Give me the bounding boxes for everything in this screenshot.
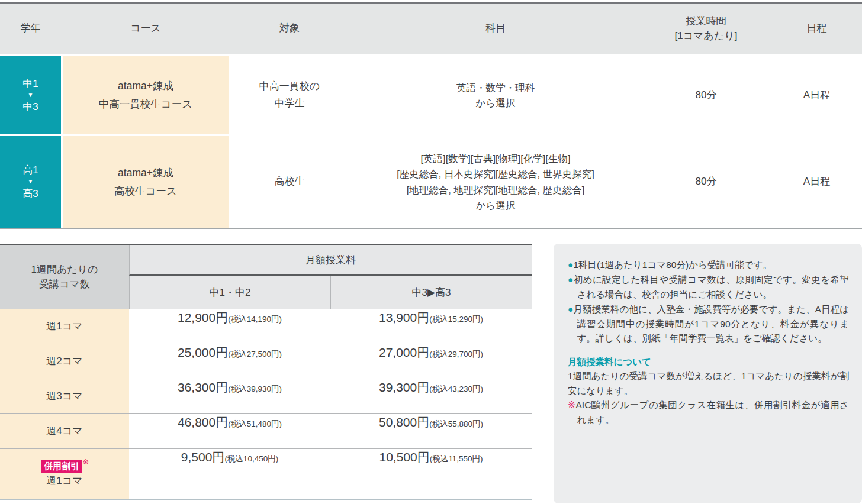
price-row-4slots: 週4コマ 46,800円(税込51,480円) 50,800円(税込55,880… — [0, 414, 532, 449]
price-tax: (税込10,450円) — [224, 454, 278, 464]
header-schedule: 日程 — [771, 4, 862, 54]
header-grade: 学年 — [0, 4, 61, 54]
price-cell-ch1ch2: 9,500円(税込10,450円) — [129, 449, 330, 499]
column-header-label: 中3▶高3 — [412, 286, 451, 299]
slot-label-cell: 週4コマ — [0, 414, 129, 448]
weekly-slots-header-line1: 1週間あたりの — [31, 262, 98, 277]
asterisk-icon: ※ — [568, 400, 576, 410]
asterisk-note-text: AIC鷗州グループの集団クラス在籍生は、併用割引料金が適用されます。 — [576, 400, 850, 424]
course-name-line: 中高一貫校生コース — [99, 95, 192, 114]
price-amount: 39,300円 — [379, 379, 429, 396]
subjects-cell: [英語][数学][古典][物理][化学][生物] [歴史総合, 日本史探究][歴… — [350, 136, 641, 228]
price-tax: (税込51,480円) — [228, 419, 282, 429]
price-amount: 46,800円 — [178, 414, 228, 431]
column-header-label: 中1・中2 — [210, 286, 251, 299]
target-line: 高校生 — [275, 173, 305, 190]
price-amount: 27,000円 — [379, 344, 429, 361]
schedule-cell: A日程 — [771, 56, 862, 134]
target-cell: 高校生 — [230, 136, 349, 228]
grade-range-cell: 高1 ▼ 高3 — [0, 136, 61, 228]
price-amount: 12,900円 — [178, 309, 228, 326]
bottom-section: 1週間あたりの 受講コマ数 月額授業料 中1・中2 中3▶高3 週1コマ 12,… — [0, 244, 862, 503]
target-cell: 中高一貫校の 中学生 — [230, 56, 349, 134]
course-row-junior: 中1 ▼ 中3 atama+錬成 中高一貫校生コース 中高一貫校の 中学生 英語… — [0, 56, 862, 134]
price-row-3slots: 週3コマ 36,300円(税込39,930円) 39,300円(税込43,230… — [0, 379, 532, 414]
asterisk-note: ※AIC鷗州グループの集団クラス在籍生は、併用割引料金が適用されます。 — [568, 398, 849, 427]
header-duration: 授業時間 [1コマあたり] — [642, 4, 770, 54]
price-cell-ch3kou3: 50,800円(税込55,880円) — [330, 414, 532, 448]
header-duration-line1: 授業時間 — [686, 14, 726, 29]
price-amount: 9,500円 — [181, 449, 225, 466]
column-header-ch3-kou3: 中3▶高3 — [330, 276, 532, 309]
price-tax: (税込27,500円) — [228, 349, 282, 360]
course-name-line: atama+錬成 — [118, 164, 173, 182]
subjects-line: [英語][数学][古典][物理][化学][生物] — [420, 151, 570, 166]
slot-label-cell: 週3コマ — [0, 379, 129, 413]
course-table-header-row: 学年 コース 対象 科目 授業時間 [1コマあたり] 日程 — [0, 4, 862, 54]
price-tax: (税込55,880円) — [429, 419, 483, 429]
subjects-line: から選択 — [476, 95, 516, 111]
schedule-cell: A日程 — [771, 136, 862, 228]
price-row-1slot: 週1コマ 12,900円(税込14,190円) 13,900円(税込15,290… — [0, 309, 532, 344]
down-arrow-icon: ▼ — [28, 178, 34, 186]
course-table: 学年 コース 対象 科目 授業時間 [1コマあたり] 日程 中1 ▼ 中3 at… — [0, 2, 862, 229]
schedule-value: A日程 — [803, 173, 830, 190]
discount-badge: 併用割引 — [41, 460, 82, 473]
price-tax: (税込29,700円) — [429, 349, 483, 360]
discount-badge-line: 併用割引※ — [41, 460, 88, 473]
price-row-2slots: 週2コマ 25,000円(税込27,500円) 27,000円(税込29,700… — [0, 344, 532, 379]
schedule-value: A日程 — [803, 87, 830, 104]
price-row-discount-1slot: 併用割引※ 週1コマ 9,500円(税込10,450円) 10,500円(税込1… — [0, 449, 532, 500]
monthly-fee-group-header: 月額授業料 — [129, 245, 532, 276]
course-name-line: 高校生コース — [114, 182, 177, 201]
discount-asterisk-icon: ※ — [83, 458, 89, 466]
price-amount: 13,900円 — [379, 309, 429, 326]
grade-bottom: 中3 — [22, 101, 38, 113]
course-row-senior: 高1 ▼ 高3 atama+錬成 高校生コース 高校生 [英語][数学][古典]… — [0, 136, 862, 229]
price-cell-ch1ch2: 12,900円(税込14,190円) — [129, 309, 330, 344]
subjects-line: [地理総合, 地理探究][地理総合, 歴史総合] — [407, 182, 585, 198]
price-cell-ch1ch2: 36,300円(税込39,930円) — [129, 379, 330, 413]
grade-range-cell: 中1 ▼ 中3 — [0, 56, 61, 134]
duration-cell: 80分 — [642, 136, 770, 228]
price-tax: (税込15,290円) — [429, 314, 483, 325]
header-target: 対象 — [230, 4, 349, 54]
note-item: ●月額授業料の他に、入塾金・施設費等が必要です。また、A日程は講習会期間中の授業… — [568, 302, 849, 345]
header-schedule-label: 日程 — [807, 21, 827, 36]
target-line: 中学生 — [275, 95, 305, 112]
header-course: コース — [63, 4, 229, 54]
grade-top: 高1 — [22, 164, 38, 176]
grade-top: 中1 — [22, 77, 38, 90]
slot-label-cell: 併用割引※ 週1コマ — [0, 449, 129, 499]
header-target-label: 対象 — [279, 21, 300, 36]
note-item: ●1科目(1週あたり1コマ80分)から受講可能です。 — [568, 258, 849, 272]
bullet-icon: ● — [568, 260, 573, 270]
price-cell-ch3kou3: 13,900円(税込15,290円) — [330, 309, 532, 344]
slot-label: 週3コマ — [46, 389, 82, 404]
course-name-cell: atama+錬成 高校生コース — [63, 136, 229, 228]
subjects-line: から選択 — [476, 198, 516, 213]
header-subjects-label: 科目 — [485, 21, 506, 36]
price-amount: 50,800円 — [379, 414, 429, 431]
price-table: 1週間あたりの 受講コマ数 月額授業料 中1・中2 中3▶高3 週1コマ 12,… — [0, 244, 532, 503]
slot-label-cell: 週1コマ — [0, 309, 129, 344]
subjects-line: [歴史総合, 日本史探究][歴史総合, 世界史探究] — [397, 166, 594, 182]
price-tax: (税込11,550円) — [430, 454, 483, 464]
notes-section-body: 1週間あたりの受講コマ数が増えるほど、1コマあたりの授業料が割安になります。 — [568, 369, 849, 398]
header-subjects: 科目 — [350, 4, 641, 54]
header-duration-line2: [1コマあたり] — [675, 29, 738, 44]
price-cell-ch3kou3: 27,000円(税込29,700円) — [330, 344, 532, 379]
slot-label-cell: 週2コマ — [0, 344, 129, 379]
note-item: ●初めに設定した科目や受講コマ数は、原則固定です。変更を希望される場合は、校舎の… — [568, 273, 849, 302]
duration-value: 80分 — [696, 173, 717, 190]
price-tax: (税込14,190円) — [228, 314, 282, 325]
header-course-label: コース — [130, 21, 161, 36]
duration-cell: 80分 — [642, 56, 770, 134]
weekly-slots-header-line2: 受講コマ数 — [39, 277, 90, 292]
note-text: 初めに設定した科目や受講コマ数は、原則固定です。変更を希望される場合は、校舎の担… — [574, 274, 849, 299]
slot-label: 週1コマ — [46, 319, 82, 334]
down-arrow-icon: ▼ — [28, 92, 34, 99]
grade-bottom: 高3 — [22, 188, 38, 200]
price-cell-ch3kou3: 39,300円(税込43,230円) — [330, 379, 532, 413]
note-text: 月額授業料の他に、入塾金・施設費等が必要です。また、A日程は講習会期間中の授業時… — [573, 304, 849, 343]
